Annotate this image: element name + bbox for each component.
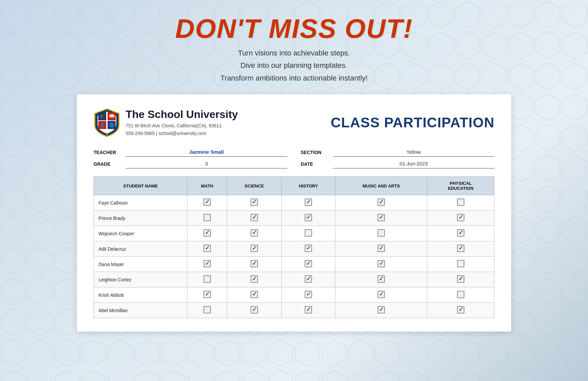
svg-text:⚜: ⚜ bbox=[105, 131, 109, 137]
check-cell-science bbox=[227, 195, 281, 211]
check-cell-music bbox=[335, 257, 427, 272]
svg-text:🌐: 🌐 bbox=[109, 122, 115, 128]
student-name-cell: Adil Delacruz bbox=[94, 241, 187, 257]
check-cell-music bbox=[335, 287, 427, 303]
check-cell-science bbox=[227, 287, 281, 303]
logo-section: 🎓 📖 👤 🌐 ⚜ The School University 751 W Bi bbox=[94, 108, 238, 138]
school-info: The School University 751 W Birch Ave Cl… bbox=[126, 108, 238, 137]
checked-checkbox-icon bbox=[305, 214, 312, 221]
table-row: Krish Abbott bbox=[94, 287, 494, 303]
section-row: SECTION Yellow bbox=[301, 148, 494, 157]
checked-checkbox-icon bbox=[203, 260, 211, 267]
unchecked-checkbox-icon bbox=[203, 306, 211, 313]
school-logo-icon: 🎓 📖 👤 🌐 ⚜ bbox=[94, 108, 120, 138]
grade-label: GRADE bbox=[94, 161, 120, 167]
check-cell-science bbox=[227, 303, 281, 318]
teacher-label: TEACHER bbox=[94, 150, 120, 155]
checked-checkbox-icon bbox=[378, 306, 385, 313]
document-card: 🎓 📖 👤 🌐 ⚜ The School University 751 W Bi bbox=[77, 94, 511, 332]
checked-checkbox-icon bbox=[251, 275, 258, 283]
col-header-science: SCIENCE bbox=[227, 177, 281, 195]
date-row: DATE 01-Jun-2023 bbox=[301, 159, 494, 168]
unchecked-checkbox-icon bbox=[203, 214, 211, 221]
checked-checkbox-icon bbox=[457, 229, 464, 237]
date-value: 01-Jun-2023 bbox=[400, 161, 428, 166]
check-cell-pe bbox=[427, 257, 494, 272]
grade-row: GRADE 3 bbox=[94, 159, 287, 168]
checked-checkbox-icon bbox=[203, 229, 211, 237]
unchecked-checkbox-icon bbox=[203, 275, 211, 283]
school-address: 751 W Birch Ave Clovis, California(CA), … bbox=[126, 122, 238, 129]
check-cell-math bbox=[187, 303, 227, 318]
check-cell-history bbox=[281, 287, 335, 303]
unchecked-checkbox-icon bbox=[378, 229, 385, 237]
table-row: Adil Delacruz bbox=[94, 241, 494, 257]
col-header-history: HISTORY bbox=[281, 177, 335, 195]
section-label: SECTION bbox=[301, 150, 327, 155]
section-value: Yellow bbox=[407, 149, 421, 155]
subtitle-line1: Turn visions into achievable steps. bbox=[238, 49, 350, 57]
grade-value: 3 bbox=[205, 161, 208, 166]
unchecked-checkbox-icon bbox=[305, 229, 312, 237]
check-cell-pe bbox=[427, 303, 494, 318]
check-cell-history bbox=[281, 257, 335, 272]
student-name-cell: Wojciech Cooper bbox=[94, 226, 187, 241]
col-header-math: MATH bbox=[187, 177, 227, 195]
banner-subtitle: Turn visions into achievable steps. Dive… bbox=[27, 47, 561, 84]
date-label: DATE bbox=[301, 161, 327, 167]
check-cell-music bbox=[335, 211, 427, 226]
check-cell-science bbox=[227, 241, 281, 257]
check-cell-pe bbox=[427, 226, 494, 241]
check-cell-math bbox=[187, 272, 227, 287]
info-section: TEACHER Jazmine Small SECTION Yellow GRA… bbox=[94, 148, 494, 168]
student-name-cell: Krish Abbott bbox=[94, 287, 187, 303]
check-cell-pe bbox=[427, 211, 494, 226]
checked-checkbox-icon bbox=[378, 214, 385, 221]
check-cell-history bbox=[281, 272, 335, 287]
checked-checkbox-icon bbox=[305, 306, 312, 313]
student-name-cell: Abel Mcmillan bbox=[94, 303, 187, 318]
svg-text:📖: 📖 bbox=[109, 113, 115, 119]
check-cell-history bbox=[281, 195, 335, 211]
banner: DON'T MISS OUT! Turn visions into achiev… bbox=[27, 13, 561, 84]
check-cell-pe bbox=[427, 287, 494, 303]
check-cell-history bbox=[281, 226, 335, 241]
svg-text:🎓: 🎓 bbox=[100, 113, 106, 119]
check-cell-math bbox=[187, 257, 227, 272]
checked-checkbox-icon bbox=[457, 245, 464, 252]
unchecked-checkbox-icon bbox=[457, 291, 464, 298]
table-header-row: STUDENT NAME MATH SCIENCE HISTORY MUSIC … bbox=[94, 177, 494, 195]
checked-checkbox-icon bbox=[251, 245, 258, 252]
checked-checkbox-icon bbox=[305, 199, 312, 206]
checked-checkbox-icon bbox=[251, 291, 258, 298]
check-cell-pe bbox=[427, 241, 494, 257]
checked-checkbox-icon bbox=[378, 245, 385, 252]
table-row: Prince Brady bbox=[94, 211, 494, 226]
table-row: Abel Mcmillan bbox=[94, 303, 494, 318]
check-cell-music bbox=[335, 195, 427, 211]
table-row: Wojciech Cooper bbox=[94, 226, 494, 241]
check-cell-music bbox=[335, 303, 427, 318]
checked-checkbox-icon bbox=[251, 214, 258, 221]
checked-checkbox-icon bbox=[203, 245, 211, 252]
student-name-cell: Prince Brady bbox=[94, 211, 187, 226]
school-name: The School University bbox=[126, 108, 238, 121]
check-cell-math bbox=[187, 211, 227, 226]
participation-table: STUDENT NAME MATH SCIENCE HISTORY MUSIC … bbox=[94, 176, 494, 318]
checked-checkbox-icon bbox=[305, 275, 312, 283]
checked-checkbox-icon bbox=[305, 245, 312, 252]
teacher-value: Jazmine Small bbox=[189, 149, 224, 155]
unchecked-checkbox-icon bbox=[457, 199, 464, 206]
subtitle-line3: Transform ambitions into actionable inst… bbox=[220, 74, 368, 82]
col-header-student-name: STUDENT NAME bbox=[94, 177, 187, 195]
checked-checkbox-icon bbox=[378, 260, 385, 267]
check-cell-pe bbox=[427, 272, 494, 287]
table-row: Leighton Cortez bbox=[94, 272, 494, 287]
student-name-cell: Faye Calhoun bbox=[94, 195, 187, 211]
checked-checkbox-icon bbox=[378, 275, 385, 283]
school-contact: 559-299-5965 | school@university.com bbox=[126, 130, 238, 137]
page-wrapper: DON'T MISS OUT! Turn visions into achiev… bbox=[0, 0, 588, 345]
checked-checkbox-icon bbox=[251, 229, 258, 237]
checked-checkbox-icon bbox=[378, 291, 385, 298]
check-cell-math bbox=[187, 241, 227, 257]
